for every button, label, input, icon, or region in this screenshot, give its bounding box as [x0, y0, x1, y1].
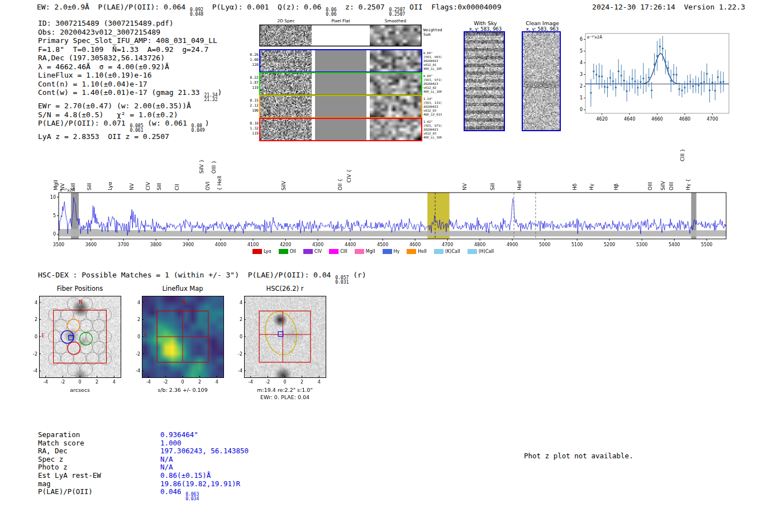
header-metrics: EW: 2.0±0.9Å P(LAE)/P(OII): 0.064 0.0920… [37, 3, 501, 16]
spec2d-col-title-2dspec: 2D Spec [277, 18, 294, 23]
header-timestamp-version: 2024-12-30 17:26:14 Version 1.22.3 [592, 3, 745, 11]
svg-text:OVI: OVI [205, 181, 211, 190]
match-table-row: Separation0.936464" [38, 431, 249, 439]
match-table-row: Match score1.000 [38, 439, 249, 448]
info-line: Primary Spec_Slot_IFU_AMP: 408_031_049_L… [38, 36, 222, 45]
info-line: P(LAE)/P(OII): 0.071 0.0850.061 (w: 0.06… [38, 119, 222, 132]
legend-label: Lyα [264, 249, 271, 254]
match-table-label: Separation [38, 431, 160, 439]
legend-label: (K)CaII [445, 249, 460, 254]
match-table-value: 19.86(19.82,19.91)R [160, 480, 240, 488]
svg-text:SiII: SiII [156, 183, 162, 190]
match-table-row: RA, Dec197.306243, 56.143850 [38, 447, 249, 456]
match-table-row: Est LyA rest-EW0.86(±0.15)Å [38, 472, 249, 480]
stacked-uncertainty: 0.0630.034 [185, 492, 199, 501]
legend-swatch [252, 249, 262, 254]
svg-text:5100: 5100 [571, 242, 583, 247]
info-line: F=1.8" T=0.109 N̄=1.33 A=0.92 g=24.7 [38, 45, 222, 54]
svg-text:5: 5 [580, 49, 583, 54]
svg-text:4700: 4700 [442, 242, 453, 247]
full-spectrum-plot: 3500360037003800390040004100420043004400… [31, 138, 774, 258]
svg-text:OII {: OII { [337, 179, 343, 190]
svg-text:4100: 4100 [247, 242, 259, 247]
svg-text:CII: CII [174, 184, 180, 190]
svg-text:CIII }: CIII } [680, 148, 685, 161]
svg-text:4900: 4900 [507, 242, 518, 247]
hsc-r-cutout [232, 294, 329, 387]
svg-text:SiII: SiII [490, 183, 495, 190]
match-table-label: P(LAE)/P(OII) [38, 488, 160, 496]
svg-text:4640: 4640 [624, 117, 635, 122]
lineflux-map-title: Lineflux Map [162, 285, 203, 293]
legend-swatch [303, 249, 313, 254]
spec2d-cutout-grid [248, 25, 449, 143]
svg-text:3: 3 [580, 72, 583, 77]
legend-item: CIII [329, 249, 347, 254]
fiber-positions-cutout [27, 294, 124, 387]
info-line: Cont(n) = 1.10(±0.04)e-17 [38, 80, 222, 89]
photz-note: Phot z plot not available. [524, 452, 633, 460]
legend-label: CIII [340, 249, 347, 254]
match-table-label: Match score [38, 439, 160, 448]
stacked-uncertainty: 0.080.049 [192, 124, 205, 132]
svg-text:4600: 4600 [409, 242, 421, 247]
svg-text:5300: 5300 [636, 242, 647, 247]
svg-text:3500: 3500 [53, 242, 64, 247]
svg-text:4660: 4660 [651, 117, 662, 122]
info-line: Obs: 20200423v012_3007215489 [38, 28, 222, 37]
catalog-match-table: Separation0.936464"Match score1.000RA, D… [38, 431, 249, 501]
svg-text:0: 0 [53, 232, 56, 237]
match-table-label: RA, Dec [38, 447, 160, 456]
clean-image [522, 31, 561, 131]
svg-text:5500: 5500 [701, 242, 712, 247]
svg-text:OIII: OIII [669, 182, 674, 190]
lineflux-caption: s/b: 2.36 +/- 0.109 [158, 387, 207, 393]
stacked-uncertainty: 21.3421.32 [204, 93, 217, 102]
svg-text:3600: 3600 [85, 242, 97, 247]
stacked-uncertainty: 0.25070.2507 [389, 8, 405, 16]
svg-text:4200: 4200 [280, 242, 291, 247]
svg-text:CIV {: CIV { [346, 169, 352, 183]
legend-swatch [355, 249, 364, 254]
match-table-value: 0.86(±0.15)Å [160, 471, 211, 480]
match-table-value: 1.000 [160, 439, 182, 447]
match-table-value: 0.046 0.0630.034 [160, 487, 199, 496]
svg-text:4500: 4500 [377, 242, 388, 247]
match-table-label: mag [38, 480, 160, 488]
svg-text:5200: 5200 [604, 242, 615, 247]
match-table-row: mag19.86(19.82,19.91)R [38, 480, 249, 488]
svg-text:NV: NV [129, 183, 135, 190]
svg-text:SiIV: SiIV [660, 180, 666, 190]
info-line: RA,Dec (197.305832,56.143726) [38, 54, 222, 63]
svg-text:Hγ {: Hγ { [685, 179, 691, 190]
svg-text:5: 5 [53, 213, 56, 218]
legend-swatch [434, 249, 444, 254]
with-sky-image [464, 31, 505, 131]
svg-text:4000: 4000 [215, 242, 226, 247]
legend-swatch [279, 249, 288, 254]
legend-item: OII [279, 249, 296, 254]
legend-label: CIV [314, 249, 322, 254]
svg-text:Hδ: Hδ [572, 183, 578, 190]
svg-text:Lyα: Lyα [107, 181, 113, 190]
spec2d-col-title-smoothed: Smoothed [385, 18, 406, 23]
legend-item: Hγ [383, 249, 400, 254]
legend-label: (H)CaII [479, 249, 494, 254]
legend-item: HeII [407, 249, 427, 254]
svg-text:NV: NV [462, 183, 468, 190]
spec2d-col-title-pixelflat: Pixel Flat [331, 18, 350, 23]
match-table-row: P(LAE)/P(OII)0.046 0.0630.034 [38, 488, 249, 501]
svg-text:5400: 5400 [669, 242, 680, 247]
clean-image-title: Clean Image [526, 20, 559, 26]
svg-text:4400: 4400 [345, 242, 356, 247]
fiber-positions-title: Fiber Positions [57, 285, 103, 293]
info-line: EWr = 2.70(±0.47) (w: 2.00(±0.35))Å [38, 102, 222, 111]
svg-text:3900: 3900 [183, 242, 194, 247]
match-table-value: N/A [160, 455, 173, 463]
svg-text:4680: 4680 [679, 117, 690, 122]
svg-text:4300: 4300 [312, 242, 323, 247]
svg-text:3700: 3700 [118, 242, 129, 247]
legend-label: MgII [366, 249, 375, 254]
svg-text:6: 6 [580, 37, 583, 42]
spectral-line-legend: LyαOIICIVCIIIMgIIHγHeII(K)CaII(H)CaII [252, 249, 494, 254]
